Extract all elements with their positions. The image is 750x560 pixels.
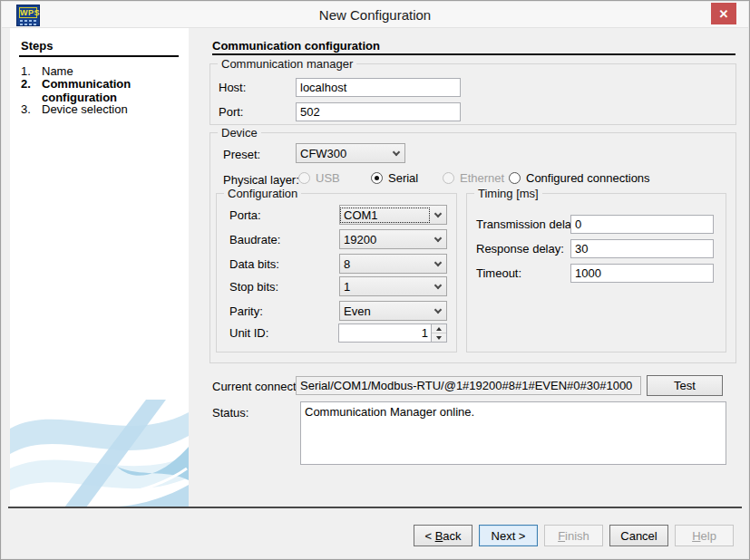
communication-manager-legend: Communication manager — [218, 57, 356, 71]
page-title-underline — [212, 53, 735, 55]
parity-combo[interactable]: Even — [339, 301, 447, 321]
help-button-label: Help — [692, 529, 716, 543]
radio-usb: USB — [298, 171, 340, 185]
transmission-delay-label: Transmission delay: — [476, 217, 580, 231]
step-label: Name — [42, 64, 169, 78]
close-icon: ✕ — [719, 7, 729, 21]
window-title: New Configuration — [2, 7, 748, 23]
new-configuration-dialog: WPS New Configuration ✕ Steps 1. Name 2.… — [0, 0, 750, 560]
stop-bits-combo[interactable]: 1 — [339, 276, 447, 296]
step-number: 3. — [21, 102, 42, 116]
transmission-delay-input[interactable] — [570, 215, 714, 234]
back-button-label: < Back — [424, 529, 461, 543]
test-button[interactable]: Test — [647, 375, 723, 396]
unit-id-label: Unit ID: — [229, 326, 268, 340]
current-connection-field[interactable] — [296, 376, 641, 395]
status-textarea[interactable]: Communication Manager online. — [300, 401, 726, 465]
status-label: Status: — [212, 406, 248, 420]
parity-value: Even — [340, 304, 430, 319]
data-bits-label: Data bits: — [229, 257, 279, 271]
radio-circle-icon — [509, 172, 521, 184]
radio-ethernet: Ethernet — [443, 171, 504, 185]
back-button[interactable]: < Back — [414, 525, 472, 546]
radio-serial-label: Serial — [388, 171, 418, 185]
response-delay-input[interactable] — [570, 239, 714, 258]
port-label: Port: — [219, 105, 243, 119]
unit-id-stepper[interactable]: 1 — [338, 323, 447, 343]
radio-circle-icon — [443, 172, 454, 184]
communication-manager-group: Communication manager — [209, 63, 736, 125]
preset-value: CFW300 — [297, 146, 388, 161]
radio-configured-connections[interactable]: Configured connections — [509, 171, 650, 185]
porta-combo[interactable]: COM1 — [339, 205, 447, 225]
spinner-up-button[interactable] — [432, 324, 446, 333]
spinner-buttons — [431, 324, 446, 342]
finish-button-label: Finish — [558, 529, 589, 543]
radio-circle-icon — [371, 172, 383, 184]
status-text: Communication Manager online. — [305, 405, 474, 419]
port-input[interactable] — [296, 102, 461, 121]
close-button[interactable]: ✕ — [711, 3, 736, 24]
stop-bits-label: Stop bits: — [229, 280, 278, 294]
data-bits-combo[interactable]: 8 — [339, 254, 447, 274]
steps-underline — [19, 55, 179, 57]
swoosh-graphic — [10, 394, 189, 507]
porta-value: COM1 — [340, 208, 430, 223]
data-bits-value: 8 — [340, 256, 430, 272]
step-item-name: 1. Name — [21, 64, 169, 78]
response-delay-label: Response delay: — [476, 242, 564, 256]
test-button-label: Test — [674, 379, 696, 392]
arrow-down-icon — [436, 336, 442, 340]
preset-combo[interactable]: CFW300 — [296, 143, 405, 163]
step-item-device-selection: 3. Device selection — [21, 102, 169, 116]
preset-label: Preset: — [223, 148, 260, 161]
spinner-down-button[interactable] — [432, 333, 446, 342]
cancel-button-label: Cancel — [620, 529, 657, 543]
step-label: Communication configuration — [42, 77, 169, 104]
page-title: Communication configuration — [212, 39, 380, 53]
title-bar: WPS New Configuration ✕ — [2, 2, 748, 28]
physical-layer-label: Physical layer: — [223, 173, 299, 187]
step-item-communication-configuration: 2. Communication configuration — [21, 77, 169, 104]
timing-legend: Timing [ms] — [474, 187, 542, 200]
radio-usb-label: USB — [316, 171, 340, 185]
device-legend: Device — [218, 126, 261, 140]
timeout-label: Timeout: — [476, 266, 521, 280]
chevron-down-icon — [430, 255, 446, 273]
chevron-down-icon — [430, 230, 446, 248]
footer-separator — [8, 507, 742, 508]
chevron-down-icon — [430, 206, 446, 224]
finish-button: Finish — [544, 525, 603, 546]
stop-bits-value: 1 — [340, 279, 430, 294]
unit-id-value: 1 — [339, 324, 431, 342]
next-button-label: Next > — [492, 529, 526, 543]
steps-title: Steps — [21, 39, 53, 53]
baudrate-value: 19200 — [340, 232, 430, 247]
baudrate-combo[interactable]: 19200 — [339, 229, 447, 249]
next-button[interactable]: Next > — [479, 525, 538, 546]
step-label: Device selection — [42, 102, 169, 116]
wps-icon-dashes — [20, 24, 36, 25]
radio-serial[interactable]: Serial — [371, 171, 418, 185]
cancel-button[interactable]: Cancel — [609, 525, 668, 546]
arrow-up-icon — [436, 327, 442, 331]
radio-configured-connections-label: Configured connections — [526, 171, 650, 185]
host-label: Host: — [219, 81, 246, 94]
radio-ethernet-label: Ethernet — [460, 171, 504, 185]
host-input[interactable] — [296, 78, 461, 97]
steps-panel: Steps 1. Name 2. Communication configura… — [10, 28, 189, 507]
timeout-input[interactable] — [570, 264, 714, 283]
chevron-down-icon — [388, 144, 404, 162]
radio-circle-icon — [298, 172, 310, 184]
configuration-legend: Configuration — [224, 187, 301, 200]
step-number: 2. — [21, 77, 42, 104]
help-button: Help — [675, 525, 734, 546]
porta-label: Porta: — [229, 208, 261, 222]
step-number: 1. — [21, 64, 42, 78]
parity-label: Parity: — [229, 304, 263, 318]
chevron-down-icon — [430, 277, 446, 295]
baudrate-label: Baudrate: — [229, 233, 280, 246]
chevron-down-icon — [430, 302, 446, 320]
